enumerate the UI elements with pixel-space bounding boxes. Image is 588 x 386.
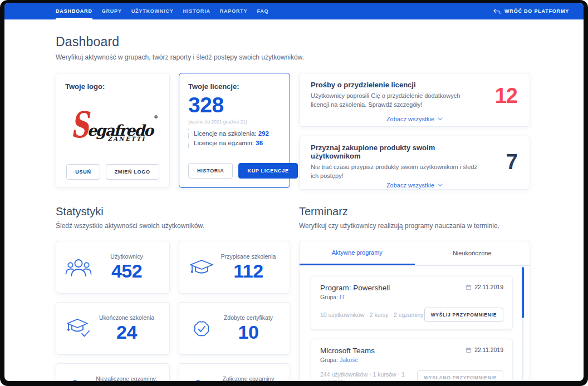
license-exams-label: Licencje na egzamin: (194, 140, 254, 146)
screenshot-frame: DASHBOARD GRUPY UŻYTKOWNICY HISTORIA RAP… (0, 0, 588, 386)
schedule-scrollbar-track[interactable] (522, 267, 523, 381)
stat-certificates-label: Zdobyte certyfikaty (224, 314, 273, 321)
license-requests-main: Prośby o przydzielenie licencji Użytkown… (300, 73, 530, 111)
tab-unfinished[interactable]: Nieukończone (415, 241, 530, 265)
license-trainings-row: Licencje na szkolenia: 292 (194, 129, 281, 138)
page-content: Dashboard Weryfikuj aktywność w grupach,… (56, 34, 530, 381)
stat-users-label: Użytkownicy (110, 253, 143, 260)
assign-products-count: 7 (506, 151, 517, 172)
program-title: Microsoft Teams (320, 347, 375, 355)
nav-item-dashboard[interactable]: DASHBOARD (56, 3, 92, 19)
stats-grid: Użytkownicy 452 (56, 241, 290, 381)
history-button[interactable]: HISTORIA (188, 163, 233, 179)
license-requests-see-all-link[interactable]: Zobacz wszystkie (300, 111, 530, 126)
nav-item-raporty[interactable]: RAPORTY (220, 3, 248, 19)
license-requests-body: Użytkownicy poprosili Cię o przydzieleni… (311, 92, 478, 110)
certificate-badge-icon (188, 318, 215, 340)
program-card-teams: Microsoft Teams 22.11.2019 Grupa: Jakość… (311, 339, 513, 381)
segafredo-wordmark: S egafredo ® (67, 113, 158, 138)
program-bottom-row: 244 użytkowników · 1 kursów · 1 egzaminy… (320, 370, 503, 381)
schedule-section: Terminarz Weryfikuj czy użytkownicy real… (299, 205, 530, 381)
stat-card-passed-exams: Zaliczone egzaminy 14 (179, 363, 290, 381)
nav-item-historia[interactable]: HISTORIA (183, 3, 210, 19)
nav-item-grupy[interactable]: GRUPY (102, 3, 122, 19)
assign-products-see-all-link[interactable]: Zobacz wszystkie (300, 181, 530, 189)
logo-card-title: Twoje logo: (65, 82, 160, 91)
stat-card-completed-trainings: Ukończone szkolenia 24 (56, 302, 170, 355)
remove-logo-button[interactable]: USUŃ (66, 164, 100, 180)
license-requests-count: 12 (495, 85, 517, 106)
assign-products-main: Przyznaj zakupione produkty swoim użytko… (300, 136, 530, 181)
tab-active-programs[interactable]: Aktywne programy (300, 241, 415, 265)
segafredo-s-swoosh: S (71, 112, 89, 138)
schedule-scrollbar-thumb[interactable] (522, 267, 524, 318)
program-date: 22.11.2019 (465, 284, 503, 290)
license-card: Twoje licencje: 328 (ważne do 2021 grudn… (179, 73, 290, 188)
nav-item-faq[interactable]: FAQ (257, 3, 268, 19)
schedule-subtitle: Weryfikuj czy użytkownicy realizują prog… (299, 222, 530, 230)
program-date-text: 22.11.2019 (474, 284, 503, 290)
users-icon (65, 256, 92, 279)
section-headers-row: Statystyki Śledź wszystkie aktywności sw… (56, 205, 530, 381)
stats-subtitle: Śledź wszystkie aktywności swoich użytko… (56, 222, 290, 230)
stats-heading: Statystyki (56, 205, 290, 218)
nav-item-uzytkownicy[interactable]: UŻYTKOWNICY (131, 3, 174, 19)
program-top-row: Program: Powershell 22.11.2019 (320, 284, 503, 292)
stat-completed-label: Ukończone szkolenia (99, 314, 154, 321)
license-requests-card: Prośby o przydzielenie licencji Użytkown… (299, 73, 530, 127)
app-window: DASHBOARD GRUPY UŻYTKOWNICY HISTORIA RAP… (4, 3, 584, 381)
stat-assigned-label: Przypisane szkolenia (221, 253, 276, 260)
stat-users-value: 452 (111, 261, 142, 281)
license-validity: (ważne do 2021 grudnia 21) (188, 119, 281, 125)
stat-card-failed-exams: Niezaliczone egzaminy: 3 (56, 363, 170, 381)
company-logo: S egafredo ® ZANETTI (65, 91, 160, 164)
program-list: Program: Powershell 22.11.2019 Grupa: IT… (300, 266, 530, 381)
top-cards-row: Twoje logo: S egafredo ® ZANETTI USUŃ ZM… (56, 73, 530, 190)
program-title: Program: Powershell (320, 284, 390, 292)
stat-passed-block: Zaliczone egzaminy 14 (215, 375, 282, 381)
logo-card-buttons: USUŃ ZMIEŃ LOGO (65, 164, 160, 180)
buy-licenses-button[interactable]: KUP LICENCJE (238, 163, 297, 179)
page-title: Dashboard (56, 34, 530, 50)
return-arrow-icon (492, 8, 501, 14)
back-to-platform-link[interactable]: WRÓĆ DO PLATFORMY (492, 3, 569, 19)
group-link[interactable]: IT (340, 294, 345, 300)
program-meta: 244 użytkowników · 1 kursów · 1 egzaminy (320, 371, 417, 381)
graduation-cap-check-icon (65, 318, 92, 340)
program-meta: 10 użytkowników · 2 kursy · 2 egzaminy (320, 311, 424, 318)
change-logo-button[interactable]: ZMIEŃ LOGO (106, 164, 159, 180)
program-date: 22.11.2019 (465, 347, 503, 353)
stat-failed-label: Niezaliczone egzaminy: (96, 375, 157, 381)
license-exams-row: Licencje na egzamin: 36 (194, 138, 281, 148)
see-all-label: Zobacz wszystkie (386, 116, 434, 122)
chevron-down-icon (438, 184, 443, 187)
calendar-icon (465, 347, 472, 353)
zanetti-wordmark-text: ZANETTI (107, 136, 146, 142)
assign-products-body: Nie trać czasu przypisz produkty swoim u… (311, 163, 478, 181)
license-card-buttons: HISTORIA KUP LICENCJE (188, 163, 281, 179)
group-link[interactable]: Jakość (340, 357, 358, 363)
license-exams-value: 36 (256, 140, 263, 146)
stat-users-block: Użytkownicy 452 (92, 253, 161, 281)
pen-cross-icon (65, 379, 92, 382)
program-bottom-row: 10 użytkowników · 2 kursy · 2 egzaminy W… (320, 308, 503, 322)
stat-assigned-block: Przypisane szkolenia 112 (215, 253, 282, 281)
license-requests-text: Prośby o przydzielenie licencji Użytkown… (311, 81, 478, 110)
calendar-icon (465, 284, 472, 290)
reminder-sent-button[interactable]: WYSŁANO PRZYPOMNIENIE (417, 370, 503, 381)
assign-products-text: Przyznaj zakupione produkty swoim użytko… (311, 143, 478, 181)
license-breakdown: Licencje na szkolenia: 292 Licencje na e… (188, 129, 281, 148)
stat-card-users: Użytkownicy 452 (56, 241, 170, 294)
stat-certificates-value: 10 (238, 322, 259, 343)
send-reminder-button[interactable]: WYŚLIJ PRZYPOMNIENIE (424, 308, 503, 322)
registered-trademark-icon: ® (154, 114, 158, 120)
notices-column: Prośby o przydzielenie licencji Użytkown… (299, 73, 530, 190)
group-label: Grupa: (320, 357, 338, 363)
group-label: Grupa: (320, 294, 338, 300)
stat-certificates-block: Zdobyte certyfikaty 10 (215, 314, 282, 343)
stat-passed-label: Zaliczone egzaminy (223, 375, 275, 381)
license-card-title: Twoje licencje: (188, 82, 281, 91)
program-group: Grupa: Jakość (320, 357, 503, 363)
program-group: Grupa: IT (320, 294, 503, 300)
chevron-down-icon (438, 117, 443, 121)
